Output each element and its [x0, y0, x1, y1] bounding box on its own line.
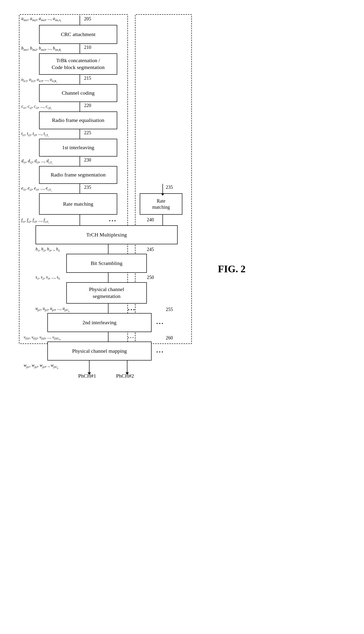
rate-matching-right-label: Rate matching — [152, 198, 170, 210]
ref-215: 215 — [84, 75, 91, 81]
signal-f-label: fi1, fi2, fi3, ..., fi,Vi — [21, 218, 49, 224]
trbk-label: TrBk concatenation / Code block segmenta… — [52, 57, 105, 71]
radio-frame-eq-box: Radio frame equalisation — [39, 111, 117, 129]
interleaving2-box: 2nd interleaving — [47, 313, 152, 332]
diagram-container: aim1, aim2, aim3, ..., aim,Ai 205 CRC at… — [0, 0, 364, 634]
ref-245: 245 — [147, 247, 154, 252]
signal-e-label: ei1, ei2, ei3, ..., ei,Vi — [21, 186, 52, 192]
ellipsis-v: ··· — [128, 334, 135, 341]
interleaving2-label: 2nd interleaving — [82, 319, 116, 326]
signal-d-label: di1, di2, di3, ..., di,Ti — [21, 158, 52, 165]
ref-260: 260 — [166, 335, 173, 341]
ref-225: 225 — [84, 130, 91, 135]
interleaving1-box: 1st interleaving — [39, 139, 117, 156]
signal-s-label: s1, s2, s3, ..., sS — [36, 275, 60, 281]
channel-coding-label: Channel coding — [62, 90, 95, 97]
ref-205: 205 — [84, 16, 91, 22]
signal-o-label: oir1, oir2, oir3, ..., oir,Ki — [21, 77, 57, 83]
bit-scrambling-box: Bit Scrambling — [66, 254, 147, 273]
signal-u-label: up1, up2, up3, ..., upUp — [36, 306, 70, 312]
phys-seg-box: Physical channel segmentation — [66, 282, 147, 304]
rate-matching-main-box: Rate matching — [39, 193, 117, 215]
crc-attachment-box: CRC attachment — [39, 25, 117, 44]
signal-a-label: aim1, aim2, aim3, ..., aim,Ai — [21, 16, 61, 22]
ref-255: 255 — [166, 307, 173, 312]
signal-b-label: bim1, bim2, bim3, ..., bim,Bi — [21, 46, 61, 52]
ref-235-right: 235 — [166, 184, 173, 190]
figure-label: FIG. 2 — [218, 263, 246, 275]
signal-t-label: ti1, ti2, ti3, ..., ti,Ti — [21, 131, 48, 137]
radio-eq-label: Radio frame equalisation — [52, 117, 104, 124]
phch1-label: PhCH#1 — [78, 373, 96, 379]
ref-240: 240 — [147, 217, 154, 223]
crc-label: CRC attachment — [61, 31, 96, 38]
channel-coding-box: Channel coding — [39, 84, 117, 102]
ellipsis-f: ··· — [109, 217, 117, 225]
phys-map-label: Physical channel mapping — [72, 348, 127, 355]
ellipsis-u: ··· — [128, 306, 136, 314]
signal-w-label: wp1, wp2, wp3, ., wpUp — [24, 363, 58, 369]
ref-250: 250 — [147, 275, 154, 280]
phch2-label: PhCH#2 — [116, 373, 134, 379]
phys-map-box: Physical channel mapping — [47, 342, 152, 360]
signal-h-label: h1, h2, h3, ., hS — [36, 247, 60, 253]
ellipsis-interleaving2: ··· — [156, 320, 164, 327]
signal-v-label: v(t)1, v(t)2, v(t)3, ..., v(t)U(t) — [24, 335, 61, 341]
ref-230: 230 — [84, 157, 91, 163]
rate-matching-main-label: Rate matching — [63, 201, 93, 207]
radio-frame-seg-box: Radio frame segmentation — [39, 166, 117, 184]
phys-seg-label: Physical channel segmentation — [89, 286, 124, 300]
trch-mux-label: TrCH Multiplexing — [86, 232, 127, 238]
trch-mux-box: TrCH Multiplexing — [36, 225, 178, 244]
rate-matching-right-box: Rate matching — [140, 193, 182, 215]
trbk-box: TrBk concatenation / Code block segmenta… — [39, 53, 117, 75]
ref-235-main: 235 — [84, 184, 91, 190]
interleaving1-label: 1st interleaving — [62, 144, 94, 151]
ref-210: 210 — [84, 45, 91, 50]
figure-label-text: FIG. 2 — [218, 264, 246, 274]
ref-220: 220 — [84, 103, 91, 108]
signal-c-label: ci1, ci2, ci3, ..., ci,Ei — [21, 104, 52, 110]
bit-scrambling-label: Bit Scrambling — [91, 260, 122, 267]
ellipsis-phys-map: ··· — [156, 348, 164, 356]
radio-seg-label: Radio frame segmentation — [51, 171, 106, 178]
